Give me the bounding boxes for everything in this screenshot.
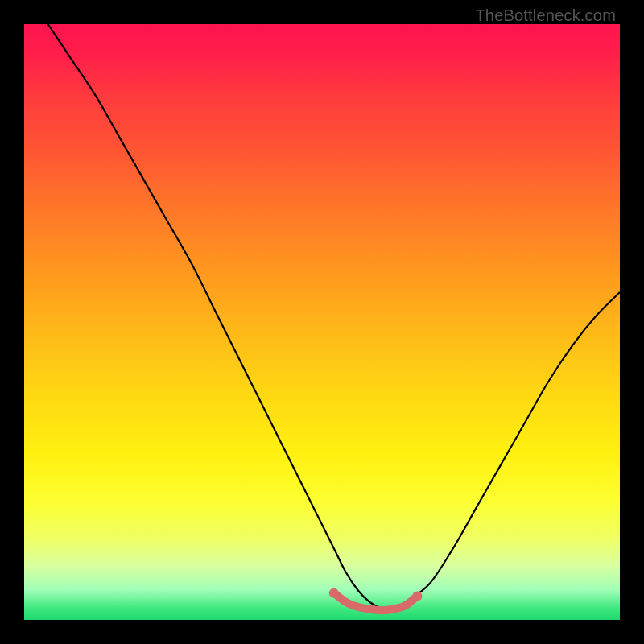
watermark-text: TheBottleneck.com <box>475 6 616 25</box>
optimal-band <box>334 593 418 610</box>
bottleneck-curve <box>48 24 620 609</box>
band-endpoint-right <box>412 591 422 601</box>
chart-frame <box>24 24 620 620</box>
chart-svg <box>24 24 620 620</box>
band-endpoint-left <box>329 588 339 598</box>
